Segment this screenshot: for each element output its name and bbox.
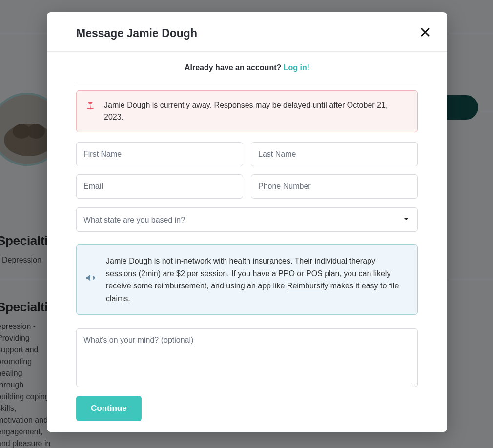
continue-button[interactable]: Continue (76, 396, 142, 421)
first-name-input[interactable] (76, 142, 243, 166)
login-link[interactable]: Log in! (284, 63, 309, 72)
megaphone-icon (84, 271, 97, 288)
close-icon[interactable] (419, 26, 431, 41)
reimbursify-link[interactable]: Reimbursify (287, 282, 328, 290)
email-input[interactable] (76, 174, 243, 199)
modal-body[interactable]: Already have an account? Log in! Jamie D… (47, 52, 447, 388)
last-name-input[interactable] (251, 142, 418, 166)
modal-header: Message Jamie Dough (47, 12, 447, 52)
message-modal: Message Jamie Dough Already have an acco… (47, 12, 447, 432)
state-select[interactable]: What state are you based in? (76, 207, 418, 232)
away-text: Jamie Dough is currently away. Responses… (104, 101, 388, 121)
phone-input[interactable] (251, 174, 418, 199)
modal-title: Message Jamie Dough (76, 27, 197, 40)
insurance-info: Jamie Dough is not in-network with healt… (76, 244, 418, 315)
message-textarea[interactable] (76, 328, 418, 387)
vacation-icon (85, 101, 95, 114)
modal-footer: Continue (47, 388, 447, 432)
away-notice: Jamie Dough is currently away. Responses… (76, 90, 418, 132)
svg-point-4 (87, 108, 93, 109)
account-row: Already have an account? Log in! (76, 63, 418, 82)
account-question: Already have an account? (185, 63, 281, 72)
